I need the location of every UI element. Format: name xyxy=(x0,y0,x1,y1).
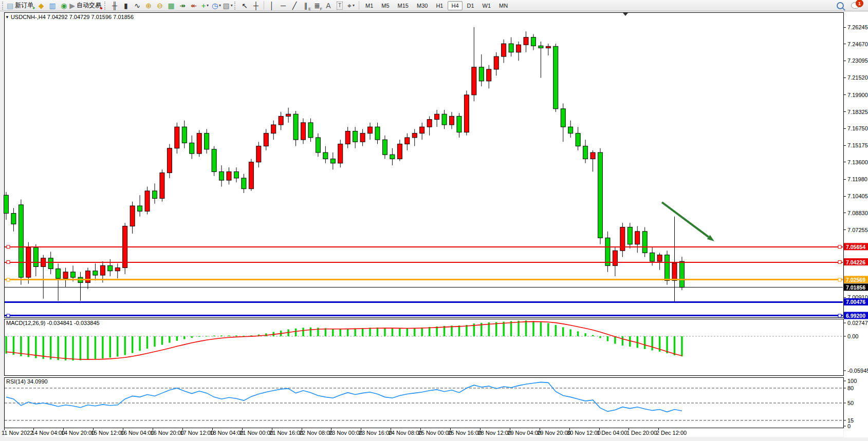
macd-histogram-bar xyxy=(377,328,378,336)
resistance-line-upper-handle[interactable] xyxy=(838,245,841,248)
price-axis-label: 7.18325 xyxy=(847,109,868,115)
rsi-axis-label: 15 xyxy=(847,417,854,424)
macd-histogram-bar xyxy=(80,336,81,360)
support-line-blue-lower-price-badge-label: 6.99200 xyxy=(846,313,865,319)
candle-body xyxy=(487,69,491,81)
macd-histogram-bar xyxy=(629,336,631,347)
candle-body xyxy=(93,271,98,275)
macd-axis-label: -0.059451 xyxy=(847,368,868,374)
candle-body xyxy=(19,205,23,277)
macd-histogram-bar xyxy=(399,329,400,336)
chart-canvas[interactable]: 7.262457.246707.230957.215207.199007.183… xyxy=(0,0,868,441)
macd-histogram-bar xyxy=(407,329,408,336)
candle-body xyxy=(665,255,670,281)
candle-body xyxy=(472,67,476,95)
macd-histogram-bar xyxy=(302,328,304,336)
macd-histogram-bar xyxy=(458,325,460,336)
candle-body xyxy=(635,232,640,244)
candle-body xyxy=(627,227,632,244)
candle-body xyxy=(353,131,358,142)
rsi-axis-label: 0 xyxy=(847,423,851,429)
macd-histogram-bar xyxy=(228,336,230,336)
candle-body xyxy=(598,152,603,238)
candle-body xyxy=(502,44,506,56)
macd-histogram-bar xyxy=(109,336,111,358)
macd-histogram-bar xyxy=(13,336,14,355)
macd-histogram-bar xyxy=(191,336,193,338)
resistance-line-lower-handle[interactable] xyxy=(838,261,841,264)
candle-body xyxy=(182,127,187,143)
price-axis-label: 7.11980 xyxy=(847,176,867,182)
support-line-blue-lower-handle[interactable] xyxy=(7,314,10,317)
candle-body xyxy=(531,37,535,46)
candle-body xyxy=(561,109,565,127)
rsi-axis-label: 80 xyxy=(847,385,854,391)
macd-histogram-bar xyxy=(503,322,504,336)
candle-body xyxy=(642,232,647,253)
macd-histogram-bar xyxy=(577,331,579,336)
macd-histogram-bar xyxy=(206,336,207,337)
macd-histogram-bar xyxy=(161,336,163,345)
macd-histogram-bar xyxy=(124,336,126,355)
candle-body xyxy=(227,171,231,180)
macd-histogram-bar xyxy=(592,335,594,336)
candle-body xyxy=(405,138,410,144)
resistance-line-upper-handle[interactable] xyxy=(7,245,10,248)
candle-body xyxy=(175,127,179,148)
macd-histogram-bar xyxy=(444,326,445,336)
candle-body xyxy=(100,265,105,275)
macd-histogram-bar xyxy=(607,336,608,341)
candle-body xyxy=(479,67,484,81)
time-axis-label: 21 Nov 00:00 xyxy=(239,430,273,436)
candle-body xyxy=(360,133,365,142)
macd-histogram-bar xyxy=(451,325,452,336)
candle-body xyxy=(338,144,343,163)
rsi-label: RSI(14) 34.0990 xyxy=(6,378,48,385)
candle-body xyxy=(279,116,283,125)
price-axis-label: 7.26245 xyxy=(847,24,868,30)
candle-body xyxy=(308,123,313,138)
resistance-line-lower-price-badge-label: 7.04226 xyxy=(846,259,865,265)
resistance-line-lower-handle[interactable] xyxy=(7,261,10,264)
candle-body xyxy=(605,238,610,265)
macd-panel[interactable] xyxy=(4,319,843,375)
macd-histogram-bar xyxy=(562,327,564,336)
time-axis-label: 28 Nov 12:00 xyxy=(477,430,511,436)
macd-histogram-bar xyxy=(570,329,571,336)
time-axis-label: 21 Nov 16:00 xyxy=(269,430,303,436)
macd-axis-label: 0.00 xyxy=(847,333,858,339)
support-line-orange-handle[interactable] xyxy=(7,278,10,281)
time-axis-label: 1 Dec 04:00 xyxy=(597,430,627,436)
candle-body xyxy=(212,149,216,172)
candle-body xyxy=(264,133,268,146)
macd-histogram-bar xyxy=(65,336,66,360)
candle-body xyxy=(85,271,90,283)
candle-body xyxy=(56,269,61,279)
candle-body xyxy=(115,267,120,271)
macd-histogram-bar xyxy=(599,336,601,338)
main-chart-panel[interactable] xyxy=(4,12,843,317)
candle-body xyxy=(48,258,53,269)
time-axis-label: 29 Nov 20:00 xyxy=(537,430,570,436)
macd-histogram-bar xyxy=(614,336,616,344)
candle-body xyxy=(167,148,172,173)
time-axis-label: 1 Dec 20:00 xyxy=(626,430,657,436)
candle-body xyxy=(33,247,38,266)
macd-histogram-bar xyxy=(332,329,334,336)
candle-body xyxy=(590,152,595,159)
candle-body xyxy=(427,120,432,127)
symbol-dropdown-icon[interactable]: ▼ xyxy=(5,15,9,20)
time-axis-label: 29 Nov 04:00 xyxy=(507,430,541,436)
macd-histogram-bar xyxy=(117,336,118,357)
candle-body xyxy=(613,251,617,265)
macd-histogram-bar xyxy=(340,329,341,336)
time-axis-label: 16 Nov 20:00 xyxy=(151,430,184,436)
macd-histogram-bar xyxy=(384,328,385,336)
support-line-orange-handle[interactable] xyxy=(838,278,841,281)
support-line-blue-lower-handle[interactable] xyxy=(838,314,841,317)
macd-histogram-bar xyxy=(154,336,155,347)
macd-histogram-bar xyxy=(198,336,200,337)
macd-axis-label: 0.027479 xyxy=(847,320,868,326)
time-axis-label: 2 Dec 12:00 xyxy=(656,430,687,436)
candle-body xyxy=(190,143,194,154)
